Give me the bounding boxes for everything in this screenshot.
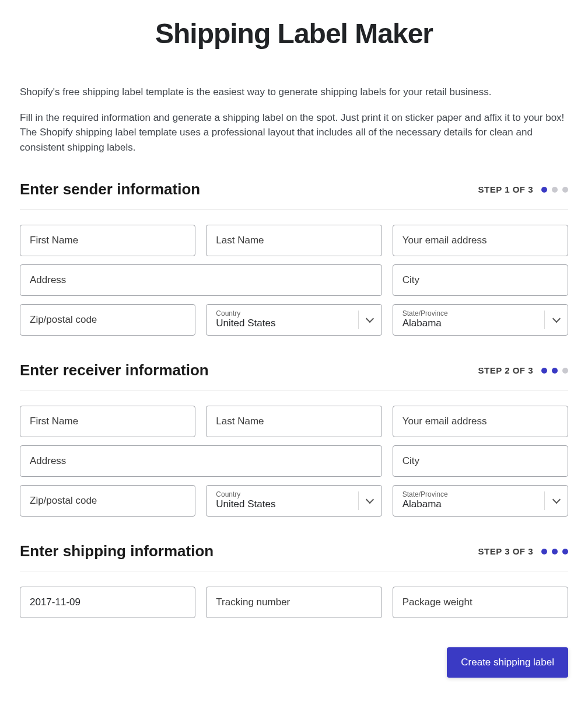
chevron-down-icon: [358, 491, 382, 510]
sender-address-input[interactable]: [30, 274, 372, 286]
chevron-down-icon: [544, 311, 568, 329]
dot-1: [541, 549, 547, 554]
step-label: STEP 2 OF 3: [478, 365, 533, 375]
receiver-first-name-field[interactable]: [20, 406, 195, 437]
step-indicator-3: STEP 3 OF 3: [478, 546, 568, 556]
state-label: State/Province: [402, 491, 538, 498]
dot-2: [552, 549, 558, 554]
dot-3: [562, 368, 568, 374]
step-dots: [541, 549, 568, 554]
country-value: United States: [216, 318, 352, 329]
dot-3: [562, 187, 568, 193]
sender-city-input[interactable]: [402, 274, 558, 286]
step-dots: [541, 368, 568, 374]
step-dots: [541, 187, 568, 193]
shipping-heading: Enter shipping information: [20, 542, 214, 560]
receiver-section-header: Enter receiver information STEP 2 OF 3: [20, 361, 568, 390]
sender-first-name-input[interactable]: [30, 235, 186, 246]
sender-zip-input[interactable]: [30, 314, 186, 326]
step-label: STEP 1 OF 3: [478, 184, 533, 194]
sender-email-field[interactable]: [393, 225, 568, 256]
state-label: State/Province: [402, 310, 538, 318]
step-label: STEP 3 OF 3: [478, 546, 533, 556]
country-label: Country: [216, 310, 352, 318]
step-indicator-1: STEP 1 OF 3: [478, 184, 568, 194]
sender-heading: Enter sender information: [20, 180, 200, 198]
receiver-city-input[interactable]: [402, 455, 558, 467]
dot-3: [562, 549, 568, 554]
country-value: United States: [216, 498, 352, 510]
receiver-email-input[interactable]: [402, 416, 558, 427]
create-shipping-label-button[interactable]: Create shipping label: [447, 647, 568, 678]
shipping-weight-field[interactable]: [393, 587, 568, 618]
receiver-country-select[interactable]: Country United States: [206, 485, 382, 517]
receiver-last-name-input[interactable]: [216, 416, 372, 427]
dot-1: [541, 368, 547, 374]
intro-text-2: Fill in the required information and gen…: [20, 110, 568, 155]
sender-last-name-field[interactable]: [206, 225, 382, 256]
page-title: Shipping Label Maker: [20, 18, 568, 50]
sender-email-input[interactable]: [402, 235, 558, 246]
receiver-last-name-field[interactable]: [206, 406, 382, 437]
sender-city-field[interactable]: [393, 264, 568, 296]
sender-last-name-input[interactable]: [216, 235, 372, 246]
sender-zip-field[interactable]: [20, 304, 195, 336]
receiver-address-field[interactable]: [20, 445, 382, 477]
receiver-email-field[interactable]: [393, 406, 568, 437]
chevron-down-icon: [544, 491, 568, 510]
shipping-date-field[interactable]: [20, 587, 195, 618]
step-indicator-2: STEP 2 OF 3: [478, 365, 568, 375]
sender-section-header: Enter sender information STEP 1 OF 3: [20, 180, 568, 210]
receiver-first-name-input[interactable]: [30, 416, 186, 427]
receiver-zip-field[interactable]: [20, 485, 195, 517]
shipping-weight-input[interactable]: [402, 597, 558, 608]
dot-1: [541, 187, 547, 193]
receiver-zip-input[interactable]: [30, 495, 186, 507]
sender-country-select[interactable]: Country United States: [206, 304, 382, 336]
state-value: Alabama: [402, 498, 538, 510]
country-label: Country: [216, 491, 352, 498]
dot-2: [552, 368, 558, 374]
shipping-tracking-input[interactable]: [216, 597, 372, 608]
state-value: Alabama: [402, 318, 538, 329]
receiver-heading: Enter receiver information: [20, 361, 209, 379]
sender-state-select[interactable]: State/Province Alabama: [393, 304, 568, 336]
sender-first-name-field[interactable]: [20, 225, 195, 256]
shipping-date-input[interactable]: [30, 597, 186, 608]
shipping-section-header: Enter shipping information STEP 3 OF 3: [20, 542, 568, 571]
receiver-city-field[interactable]: [393, 445, 568, 477]
dot-2: [552, 187, 558, 193]
receiver-address-input[interactable]: [30, 455, 372, 467]
chevron-down-icon: [358, 311, 382, 329]
sender-address-field[interactable]: [20, 264, 382, 296]
shipping-tracking-field[interactable]: [206, 587, 382, 618]
receiver-state-select[interactable]: State/Province Alabama: [393, 485, 568, 517]
intro-text-1: Shopify's free shipping label template i…: [20, 85, 568, 100]
